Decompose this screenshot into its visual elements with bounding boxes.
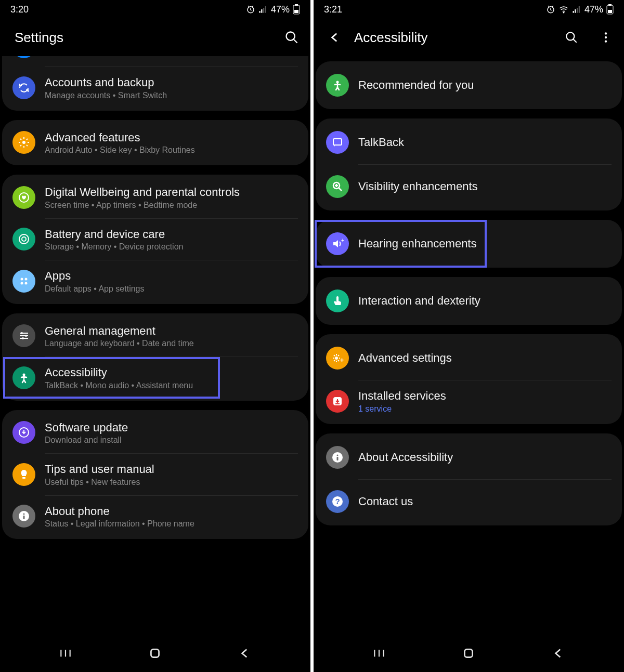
svg-rect-1 [259, 11, 260, 13]
svg-point-25 [23, 513, 25, 515]
status-bar: 3:21 47% [314, 0, 624, 19]
nav-bar [0, 635, 310, 672]
row-title: Recommended for you [358, 78, 612, 93]
row-text: Recommended for you [358, 78, 612, 93]
row-title: About phone [45, 504, 298, 519]
row-accessibility[interactable]: AccessibilityTalkBack • Mono audio • Ass… [2, 357, 308, 399]
row-installed-services[interactable]: Installed services1 service [316, 380, 622, 422]
back-icon[interactable] [328, 31, 342, 44]
row-text: AppsDefault apps • App settings [45, 269, 298, 294]
settings-list[interactable]: Google servicesAccounts and backupManage… [0, 56, 310, 635]
row-contact-us[interactable]: ?Contact us [316, 480, 622, 523]
row-subtitle: Download and install [45, 436, 298, 445]
touch-icon [326, 289, 349, 312]
nav-back[interactable] [238, 647, 252, 660]
row-about-accessibility[interactable]: About Accessibility [316, 436, 622, 479]
row-google-services[interactable]: Google services [2, 56, 308, 67]
nav-recents[interactable] [59, 647, 72, 660]
row-title: Battery and device care [45, 227, 298, 242]
row-title: TalkBack [358, 135, 612, 150]
row-interaction-and-dexterity[interactable]: Interaction and dexterity [316, 279, 622, 323]
row-subtitle: Screen time • App timers • Bedtime mode [45, 201, 298, 210]
row-text: Installed services1 service [358, 389, 612, 414]
svg-text:+: + [340, 357, 344, 364]
apps-icon [12, 270, 35, 293]
svg-point-18 [21, 332, 23, 334]
svg-point-49 [337, 454, 339, 456]
row-subtitle: Language and keyboard • Date and time [45, 339, 298, 348]
nav-home[interactable] [462, 647, 475, 660]
row-advanced-settings[interactable]: +Advanced settings [316, 336, 622, 380]
google-icon [12, 56, 35, 58]
svg-rect-6 [295, 4, 298, 6]
row-title: Advanced settings [358, 351, 612, 365]
row-hearing-enhancements[interactable]: +Hearing enhancements [316, 222, 622, 266]
row-software-update[interactable]: Software updateDownload and install [2, 412, 308, 454]
battery-icon [606, 4, 614, 15]
row-title: Apps [45, 269, 298, 283]
battery-percent: 47% [271, 4, 290, 15]
page-title: Settings [15, 30, 272, 46]
svg-point-14 [21, 278, 23, 280]
row-about-phone[interactable]: About phoneStatus • Legal information • … [2, 496, 308, 537]
svg-rect-3 [263, 8, 264, 13]
status-icons: 47% [546, 4, 614, 15]
svg-rect-4 [265, 6, 266, 13]
svg-point-39 [605, 36, 607, 38]
settings-card: +Advanced settingsInstalled services1 se… [316, 334, 622, 424]
nav-back[interactable] [552, 647, 565, 660]
row-recommended-for-you[interactable]: Recommended for you [316, 63, 622, 107]
row-title: About Accessibility [358, 450, 612, 465]
row-title: Accessibility [45, 365, 298, 380]
row-text: Advanced featuresAndroid Auto • Side key… [45, 130, 298, 155]
row-advanced-features[interactable]: Advanced featuresAndroid Auto • Side key… [2, 122, 308, 164]
row-general-management[interactable]: General managementLanguage and keyboard … [2, 315, 308, 357]
phone-accessibility: 3:21 47% Accessibility Recommended for y… [314, 0, 624, 672]
svg-rect-26 [23, 516, 25, 519]
row-apps[interactable]: AppsDefault apps • App settings [2, 260, 308, 302]
battery-icon [12, 228, 35, 251]
row-subtitle: Default apps • App settings [45, 284, 298, 294]
row-subtitle: 1 service [358, 404, 612, 414]
nav-recents[interactable] [372, 647, 386, 660]
row-battery-and-device-care[interactable]: Battery and device careStorage • Memory … [2, 219, 308, 260]
nav-home[interactable] [148, 647, 162, 660]
settings-card: +Hearing enhancements [316, 220, 622, 268]
svg-point-45 [335, 357, 338, 360]
row-text: Hearing enhancements [358, 236, 612, 251]
row-title: Interaction and dexterity [358, 294, 612, 308]
svg-point-40 [605, 40, 607, 42]
person-icon [326, 74, 349, 97]
row-title: Advanced features [45, 130, 298, 145]
speaker-icon: + [326, 232, 349, 255]
svg-text:+: + [341, 238, 344, 243]
bulb-icon [12, 463, 35, 486]
settings-card: Digital Wellbeing and parental controlsS… [2, 175, 308, 304]
row-tips-and-user-manual[interactable]: Tips and user manualUseful tips • New fe… [2, 454, 308, 495]
svg-rect-53 [465, 649, 473, 657]
row-text: Accounts and backupManage accounts • Sma… [45, 75, 298, 100]
row-visibility-enhancements[interactable]: Visibility enhancements [316, 165, 622, 208]
row-subtitle: Manage accounts • Smart Switch [45, 91, 298, 100]
row-text: General managementLanguage and keyboard … [45, 324, 298, 349]
download-icon [12, 421, 35, 444]
gear-plus-icon: + [326, 347, 349, 370]
chat-icon [326, 131, 349, 154]
search-icon[interactable] [565, 31, 578, 44]
svg-point-8 [287, 32, 295, 41]
search-icon[interactable] [284, 30, 299, 45]
svg-point-38 [605, 32, 607, 34]
svg-rect-35 [608, 4, 612, 6]
row-accounts-and-backup[interactable]: Accounts and backupManage accounts • Sma… [2, 67, 308, 109]
alarm-icon [246, 5, 255, 14]
svg-text:?: ? [335, 497, 340, 506]
more-icon[interactable] [599, 31, 613, 44]
status-icons: 47% [246, 4, 300, 15]
row-subtitle: TalkBack • Mono audio • Assistant menu [45, 381, 298, 390]
header: Accessibility [314, 19, 624, 56]
row-digital-wellbeing-and-parental-controls[interactable]: Digital Wellbeing and parental controlsS… [2, 177, 308, 218]
svg-rect-32 [577, 8, 578, 13]
row-title: Digital Wellbeing and parental controls [45, 185, 298, 200]
row-talkback[interactable]: TalkBack [316, 121, 622, 164]
accessibility-list[interactable]: Recommended for youTalkBackVisibility en… [314, 56, 624, 635]
